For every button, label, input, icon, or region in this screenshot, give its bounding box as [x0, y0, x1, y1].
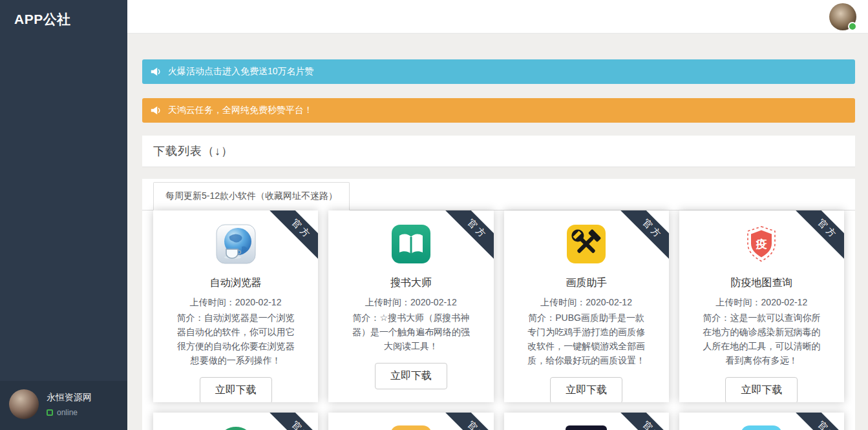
top-header: [127, 0, 868, 34]
download-button[interactable]: 立即下载: [725, 377, 798, 402]
official-ribbon: 官方: [618, 413, 669, 430]
official-ribbon: 官方: [793, 413, 844, 430]
download-button[interactable]: 立即下载: [200, 377, 272, 402]
app-description: 简介：☆搜书大师（原搜书神器）是一个触角遍布网络的强大阅读工具！: [351, 311, 471, 353]
app-name: 搜书大师: [328, 276, 493, 290]
online-status-icon: [47, 409, 53, 416]
download-button[interactable]: 立即下载: [375, 363, 447, 389]
sidebar-user-panel[interactable]: 永恒资源网 online: [0, 381, 127, 430]
app-card-partial: 官方: [504, 413, 669, 430]
app-card-auto-browser: 官方: [153, 210, 318, 402]
shield-glyph: 疫: [756, 238, 768, 251]
sidebar: APP公社 永恒资源网 online: [0, 0, 127, 430]
app-name: 画质助手: [504, 276, 669, 290]
official-ribbon: 官方: [793, 210, 844, 262]
app-root: APP公社 永恒资源网 online 火: [0, 0, 868, 430]
app-card-partial: 官方: [153, 413, 318, 430]
app-description: 简介：PUBG画质助手是一款专门为吃鸡手游打造的画质修改软件，一键解锁游戏全部画…: [526, 311, 646, 367]
announcement-text: 天鸿云任务，全网纯免费秒赞平台！: [168, 105, 313, 116]
app-description: 简介：这是一款可以查询你所在地方的确诊感染新冠病毒的人所在地的工具，可以清晰的看…: [701, 311, 821, 367]
upload-time: 上传时间：2020-02-12: [504, 297, 669, 309]
app-card-grid-row2: 官方 官方 官方 官方: [153, 413, 844, 430]
upload-time: 上传时间：2020-02-12: [679, 297, 844, 309]
content-area: 火爆活动点击进入免费送10万名片赞 天鸿云任务，全网纯免费秒赞平台！ 下载列表（…: [127, 34, 868, 430]
app-card-partial: 官方: [328, 413, 493, 430]
app-name: 自动浏览器: [153, 276, 318, 290]
app-icon-partial: [566, 425, 607, 430]
app-card-grid: 官方: [153, 210, 844, 402]
page-title: 下载列表（↓）: [153, 143, 844, 159]
user-avatar[interactable]: [9, 389, 39, 419]
tab-weekly-apps[interactable]: 每周更新5-12款小软件（收藏网址不迷路）: [153, 182, 350, 210]
download-list-panel: 每周更新5-12款小软件（收藏网址不迷路） 官方: [142, 179, 855, 430]
announcement-banner-2[interactable]: 天鸿云任务，全网纯免费秒赞平台！: [142, 98, 855, 123]
official-ribbon: 官方: [268, 210, 319, 262]
download-list-header: 下载列表（↓）: [142, 136, 855, 167]
download-button[interactable]: 立即下载: [550, 377, 622, 402]
upload-time: 上传时间：2020-02-12: [328, 297, 493, 309]
official-ribbon: 官方: [443, 413, 494, 430]
app-name: 防疫地图查询: [679, 276, 844, 290]
open-book-icon: [390, 223, 432, 265]
app-card-partial: 官方: [679, 413, 844, 430]
header-avatar[interactable]: [829, 3, 856, 30]
avatar-online-badge: [848, 22, 857, 31]
epidemic-shield-icon: 疫: [741, 223, 782, 265]
app-card-book-master: 官方 搜书大师 上传时间：2020-02-1: [328, 210, 493, 402]
announcement-banner-1[interactable]: 火爆活动点击进入免费送10万名片赞: [142, 59, 855, 84]
online-status-label: online: [57, 408, 78, 417]
app-description: 简介：自动浏览器是一个浏览器自动化的软件，你可以用它很方便的自动化你要在浏览器想…: [176, 311, 296, 367]
megaphone-icon: [150, 66, 162, 77]
crossed-tools-icon: [566, 223, 607, 265]
browser-globe-cup-icon: [215, 223, 257, 265]
app-icon-partial: [741, 425, 782, 430]
user-name: 永恒资源网: [47, 392, 92, 404]
announcement-text: 火爆活动点击进入免费送10万名片赞: [168, 66, 314, 77]
megaphone-icon: [150, 105, 162, 116]
app-card-epidemic-map: 官方 疫 防疫地图查询 上传时间：2020-02-12 简介：这是一款可以查询你…: [679, 210, 844, 402]
app-card-graphics-assistant: 官方: [504, 210, 669, 402]
official-ribbon: 官方: [618, 210, 669, 262]
main-area: 火爆活动点击进入免费送10万名片赞 天鸿云任务，全网纯免费秒赞平台！ 下载列表（…: [127, 0, 868, 430]
official-ribbon: 官方: [268, 413, 319, 430]
tab-bar: 每周更新5-12款小软件（收藏网址不迷路）: [142, 179, 855, 210]
app-icon-partial: [390, 425, 432, 430]
official-ribbon: 官方: [443, 210, 494, 262]
app-logo: APP公社: [0, 0, 127, 39]
upload-time: 上传时间：2020-02-12: [153, 297, 318, 309]
app-icon-partial: [217, 427, 255, 430]
